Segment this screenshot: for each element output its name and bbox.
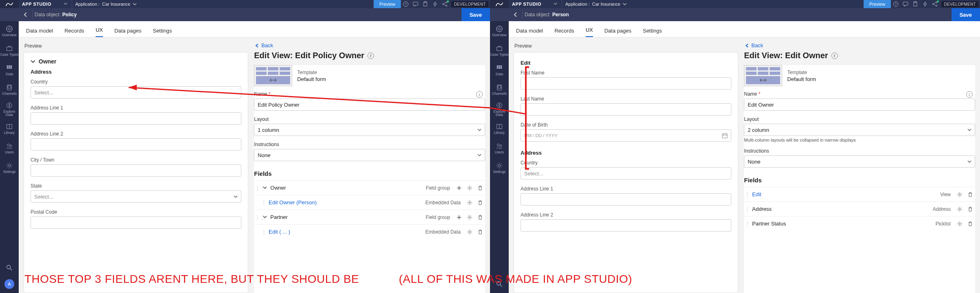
trash-icon[interactable] <box>476 184 484 192</box>
tab-data-model[interactable]: Data model <box>26 28 53 37</box>
field-link[interactable]: Edit Owner (Person) <box>269 199 423 206</box>
instructions-select[interactable]: None <box>254 149 485 161</box>
drag-handle-icon[interactable]: ⋮⋮ <box>261 229 266 235</box>
tab-ux[interactable]: UX <box>96 27 103 37</box>
chevron-down-icon[interactable] <box>262 214 268 220</box>
chat-icon[interactable] <box>411 0 420 8</box>
field-link[interactable]: Edit ( ... ) <box>269 229 423 235</box>
info-icon[interactable]: i <box>368 52 374 59</box>
nav-explore-data[interactable]: Explore Data <box>490 99 509 119</box>
trash-icon[interactable] <box>476 199 484 207</box>
tab-records[interactable]: Records <box>64 28 84 37</box>
city-input[interactable] <box>31 164 241 177</box>
drag-handle-icon[interactable]: ⋮⋮ <box>255 185 260 191</box>
trash-icon[interactable] <box>966 205 974 213</box>
lightning-icon[interactable] <box>920 0 930 8</box>
tab-settings[interactable]: Settings <box>153 28 172 37</box>
layout-select[interactable]: 2 column <box>744 124 975 136</box>
chat-icon[interactable] <box>901 0 910 8</box>
save-button[interactable]: Save <box>462 8 490 21</box>
nav-users[interactable]: Users <box>490 138 509 158</box>
nav-channels[interactable]: Channels <box>0 80 19 99</box>
nav-library[interactable]: Library <box>490 119 509 138</box>
back-arrow-icon[interactable] <box>19 12 33 17</box>
add-icon[interactable] <box>455 184 463 192</box>
drag-handle-icon[interactable]: ⋮⋮ <box>745 191 750 197</box>
country-select[interactable]: Select... <box>31 86 241 98</box>
tab-settings[interactable]: Settings <box>643 28 662 37</box>
tab-data-model[interactable]: Data model <box>516 28 543 37</box>
tab-ux[interactable]: UX <box>586 27 593 37</box>
nav-case-types[interactable]: Case Types <box>490 41 509 60</box>
nav-case-types[interactable]: Case Types <box>0 41 19 60</box>
postal-input[interactable] <box>31 216 241 229</box>
info-icon[interactable]: i <box>476 91 483 98</box>
gear-icon[interactable] <box>956 220 964 228</box>
nav-overview[interactable]: Overview <box>490 21 509 41</box>
nav-settings[interactable]: Settings <box>490 158 509 177</box>
nav-channels[interactable]: Channels <box>490 80 509 99</box>
template-thumbnail[interactable] <box>254 65 292 86</box>
tab-records[interactable]: Records <box>554 28 574 37</box>
application-selector[interactable]: Application : Car Insurance <box>72 2 140 7</box>
save-button[interactable]: Save <box>952 8 980 21</box>
brand-caret-icon[interactable] <box>553 2 562 7</box>
help-icon[interactable]: ? <box>891 0 901 8</box>
lightning-icon[interactable] <box>430 0 440 8</box>
gear-icon[interactable] <box>466 199 474 207</box>
nav-data[interactable]: Data <box>490 60 509 80</box>
user-avatar[interactable]: A <box>4 279 14 289</box>
drag-handle-icon[interactable]: ⋮⋮ <box>745 206 750 212</box>
clipboard-icon[interactable] <box>420 0 430 8</box>
nav-explore-data[interactable]: Explore Data <box>0 99 19 119</box>
state-select[interactable]: Select... <box>31 190 241 203</box>
back-link[interactable]: Back <box>744 42 975 50</box>
trash-icon[interactable] <box>476 228 484 236</box>
info-icon[interactable]: i <box>966 91 973 98</box>
instructions-select[interactable]: None <box>744 155 975 168</box>
first-name-input[interactable] <box>521 77 731 90</box>
info-icon[interactable]: i <box>831 52 838 59</box>
nav-users[interactable]: Users <box>0 138 19 158</box>
drag-handle-icon[interactable]: ⋮⋮ <box>261 199 266 206</box>
country-select[interactable]: Select... <box>521 167 731 179</box>
dob-input[interactable]: MM / DD / YYYY <box>521 129 731 142</box>
back-link[interactable]: Back <box>254 42 485 50</box>
back-arrow-icon[interactable] <box>509 12 523 17</box>
name-input[interactable]: Edit Policy Owner <box>254 98 485 111</box>
trash-icon[interactable] <box>966 190 974 199</box>
owner-section-header[interactable]: Owner <box>31 58 241 67</box>
addr2-input[interactable] <box>521 219 731 232</box>
trash-icon[interactable] <box>966 220 974 228</box>
nav-data[interactable]: Data <box>0 60 19 80</box>
nav-library[interactable]: Library <box>0 119 19 138</box>
share-icon[interactable] <box>930 0 940 8</box>
nav-search-icon[interactable] <box>0 259 19 277</box>
last-name-input[interactable] <box>521 103 731 116</box>
tab-data-pages[interactable]: Data pages <box>604 28 632 37</box>
gear-icon[interactable] <box>466 213 474 221</box>
gear-icon[interactable] <box>956 205 964 213</box>
add-icon[interactable] <box>455 213 463 221</box>
chevron-down-icon[interactable] <box>262 185 268 191</box>
drag-handle-icon[interactable]: ⋮⋮ <box>745 221 750 227</box>
addr1-input[interactable] <box>31 112 241 125</box>
clipboard-icon[interactable] <box>910 0 920 8</box>
tab-data-pages[interactable]: Data pages <box>114 28 142 37</box>
gear-icon[interactable] <box>466 184 474 192</box>
preview-button[interactable]: Preview <box>864 0 891 8</box>
layout-select[interactable]: 1 column <box>254 124 485 136</box>
gear-icon[interactable] <box>956 190 964 199</box>
preview-button[interactable]: Preview <box>374 0 401 8</box>
template-thumbnail[interactable] <box>744 65 782 86</box>
field-link[interactable]: Edit <box>752 191 938 197</box>
share-icon[interactable] <box>440 0 450 8</box>
drag-handle-icon[interactable]: ⋮⋮ <box>255 214 260 220</box>
nav-overview[interactable]: Overview <box>0 21 19 41</box>
addr1-input[interactable] <box>521 193 731 206</box>
nav-settings[interactable]: Settings <box>0 158 19 177</box>
application-selector[interactable]: Application : Car Insurance <box>562 2 630 7</box>
help-icon[interactable]: ? <box>401 0 411 8</box>
addr2-input[interactable] <box>31 138 241 151</box>
trash-icon[interactable] <box>476 213 484 221</box>
